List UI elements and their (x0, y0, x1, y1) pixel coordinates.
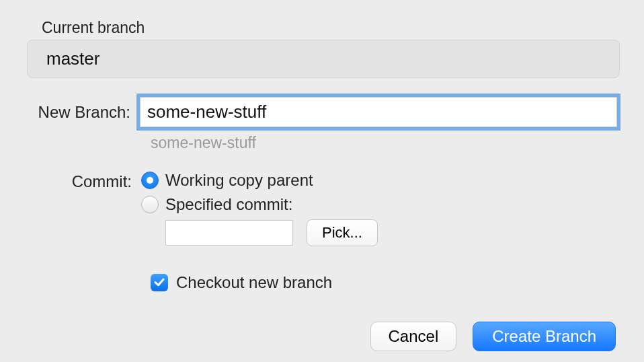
create-branch-dialog: Current branch master New Branch: some-n… (0, 0, 644, 362)
checkmark-icon (151, 274, 168, 291)
new-branch-hint: some-new-stuff (151, 134, 617, 152)
dialog-buttons: Cancel Create Branch (27, 322, 617, 351)
radio-dot-icon (141, 196, 159, 213)
cancel-button[interactable]: Cancel (370, 322, 457, 351)
checkout-new-branch-label: Checkout new branch (176, 273, 332, 292)
new-branch-input[interactable] (140, 97, 617, 127)
checkout-new-branch-checkbox[interactable]: Checkout new branch (151, 273, 617, 292)
radio-dot-icon (141, 172, 159, 189)
radio-working-copy-parent-label: Working copy parent (165, 171, 313, 190)
radio-specified-commit-label: Specified commit: (165, 195, 292, 214)
new-branch-label: New Branch: (27, 103, 140, 122)
current-branch-value: master (27, 40, 620, 78)
current-branch-label: Current branch (42, 19, 617, 37)
pick-button[interactable]: Pick... (307, 219, 378, 246)
commit-label: Commit: (27, 171, 141, 246)
create-branch-button[interactable]: Create Branch (473, 322, 616, 351)
new-branch-row: New Branch: (27, 97, 617, 127)
specified-commit-input[interactable] (165, 220, 293, 246)
radio-working-copy-parent[interactable]: Working copy parent (141, 171, 378, 190)
radio-specified-commit[interactable]: Specified commit: (141, 195, 378, 214)
